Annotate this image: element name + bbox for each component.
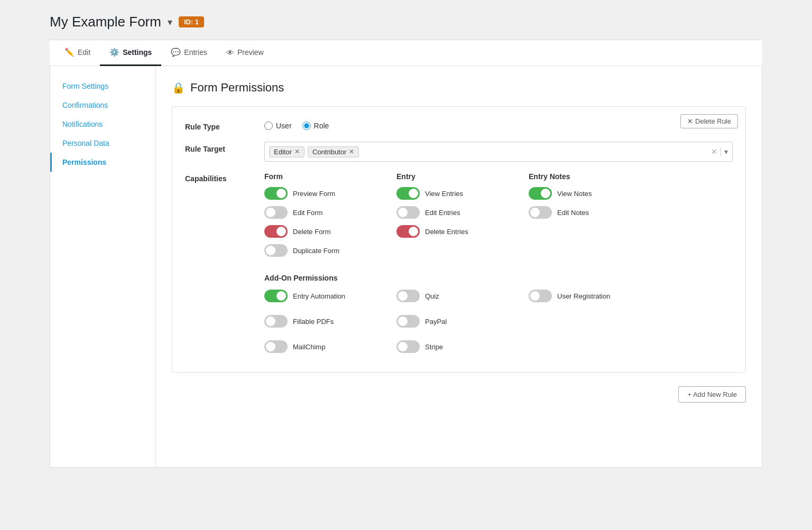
radio-role[interactable]: Role (302, 122, 329, 130)
toggle-duplicate-form[interactable] (264, 244, 288, 257)
toggle-edit-notes[interactable] (529, 206, 552, 219)
card-footer: + Add New Rule (172, 382, 746, 405)
toggle-paypal[interactable] (396, 315, 420, 328)
sidebar-item-notifications[interactable]: Notifications (50, 115, 155, 134)
cap-item-quiz: Quiz (396, 290, 502, 302)
tag-input-actions: ✕ ▾ (711, 147, 728, 156)
rule-target-control: Editor ✕ Contributor ✕ ✕ ▾ (264, 142, 733, 162)
toggle-edit-notes-slider (529, 206, 552, 219)
toggle-mailchimp[interactable] (264, 340, 288, 353)
tag-dropdown-icon[interactable]: ▾ (724, 147, 728, 156)
toggle-user-registration[interactable] (529, 290, 552, 302)
addon-section: Add-On Permissions Entry (264, 274, 733, 359)
toggle-edit-form[interactable] (264, 206, 288, 219)
rule-type-label: Rule Type (185, 119, 254, 131)
cap-group-form: Form Preview Form (264, 172, 370, 263)
preview-icon: 👁 (226, 48, 234, 57)
cap-item-edit-notes: Edit Notes (529, 206, 634, 219)
tag-divider (721, 147, 721, 156)
tag-contributor-remove[interactable]: ✕ (349, 148, 354, 155)
cap-group-entry-notes-title: Entry Notes (529, 172, 634, 181)
tab-entries-label: Entries (184, 48, 207, 57)
cap-item-edit-form: Edit Form (264, 206, 370, 219)
sidebar-item-confirmations[interactable]: Confirmations (50, 96, 155, 115)
cap-label-preview-form: Preview Form (293, 190, 335, 198)
radio-role-input[interactable] (302, 122, 311, 130)
tab-settings[interactable]: ⚙️ Settings (100, 40, 161, 66)
tag-editor-remove[interactable]: ✕ (294, 148, 300, 155)
page-title: My Example Form (50, 14, 161, 30)
cap-label-duplicate-form: Duplicate Form (293, 247, 339, 255)
cap-group-entry-title: Entry (396, 172, 502, 181)
cap-group-entry: Entry View Entries (396, 172, 502, 263)
cap-item-fillable-pdfs: Fillable PDFs (264, 315, 370, 328)
cap-item-view-entries: View Entries (396, 187, 502, 200)
edit-icon: ✏️ (64, 48, 75, 57)
toggle-entry-automation[interactable] (264, 290, 288, 302)
toggle-delete-form[interactable] (264, 225, 288, 238)
sidebar-item-form-settings[interactable]: Form Settings (50, 77, 155, 96)
cap-label-stripe: Stripe (425, 343, 443, 351)
radio-user-label: User (276, 122, 292, 130)
cap-item-user-registration: User Registration (529, 290, 634, 302)
capabilities-content: Form Preview Form (264, 172, 733, 359)
tab-settings-label: Settings (123, 48, 152, 57)
addon-col-2: Quiz PayPal (396, 290, 502, 359)
chevron-down-icon[interactable]: ▾ (168, 16, 172, 28)
section-title: Form Permissions (190, 81, 284, 95)
tag-input[interactable]: Editor ✕ Contributor ✕ ✕ ▾ (264, 142, 733, 162)
delete-rule-button[interactable]: ✕ Delete Rule (680, 114, 738, 128)
cap-item-entry-automation: Entry Automation (264, 290, 370, 302)
tab-bar: ✏️ Edit ⚙️ Settings 💬 Entries 👁 Preview (50, 40, 762, 66)
cap-item-delete-form: Delete Form (264, 225, 370, 238)
rule-target-label: Rule Target (185, 142, 254, 153)
tag-editor: Editor ✕ (269, 146, 304, 157)
toggle-view-notes[interactable] (529, 187, 552, 200)
cap-item-view-notes: View Notes (529, 187, 634, 200)
capabilities-row: Capabilities Form (185, 172, 733, 359)
tab-edit[interactable]: ✏️ Edit (55, 40, 100, 66)
cap-label-delete-form: Delete Form (293, 228, 331, 236)
cap-group-form-title: Form (264, 172, 370, 181)
toggle-fillable-pdfs[interactable] (264, 315, 288, 328)
sidebar-item-personal-data[interactable]: Personal Data (50, 134, 155, 153)
sidebar-item-permissions[interactable]: Permissions (50, 153, 155, 172)
toggle-stripe[interactable] (396, 340, 420, 353)
toggle-duplicate-form-slider (264, 244, 288, 257)
tag-contributor-label: Contributor (312, 148, 346, 156)
tab-entries[interactable]: 💬 Entries (161, 40, 217, 66)
cap-label-edit-form: Edit Form (293, 209, 322, 217)
toggle-preview-form[interactable] (264, 187, 288, 200)
cap-label-entry-automation: Entry Automation (293, 292, 345, 300)
toggle-preview-form-slider (264, 187, 288, 200)
add-rule-button[interactable]: + Add New Rule (678, 386, 746, 403)
toggle-view-entries[interactable] (396, 187, 420, 200)
addon-grid: Entry Automation Fillable PDFs (264, 290, 733, 359)
cap-label-edit-entries: Edit Entries (425, 209, 460, 217)
cap-label-view-notes: View Notes (557, 190, 592, 198)
tag-clear-icon[interactable]: ✕ (711, 147, 717, 156)
cap-label-quiz: Quiz (425, 292, 439, 300)
cap-label-mailchimp: MailChimp (293, 343, 325, 351)
capabilities-label: Capabilities (185, 172, 254, 183)
rule-type-row: Rule Type User Role (185, 119, 733, 131)
cap-item-edit-entries: Edit Entries (396, 206, 502, 219)
toggle-delete-form-slider (264, 225, 288, 238)
toggle-view-entries-slider (396, 187, 420, 200)
sidebar: Form Settings Confirmations Notification… (50, 66, 156, 467)
toggle-delete-entries-slider (396, 225, 420, 238)
cap-label-paypal: PayPal (425, 318, 447, 326)
toggle-fillable-pdfs-slider (264, 315, 288, 328)
content-area: 🔒 Form Permissions ✕ Delete Rule Rule Ty… (156, 66, 762, 467)
rule-target-row: Rule Target Editor ✕ Contributor ✕ (185, 142, 733, 162)
radio-user-input[interactable] (264, 122, 273, 130)
cap-label-user-registration: User Registration (557, 292, 610, 300)
toggle-delete-entries[interactable] (396, 225, 420, 238)
toggle-quiz[interactable] (396, 290, 420, 302)
capabilities-grid: Form Preview Form (264, 172, 733, 263)
toggle-edit-entries[interactable] (396, 206, 420, 219)
toggle-user-registration-slider (529, 290, 552, 302)
tab-preview[interactable]: 👁 Preview (217, 41, 273, 66)
radio-user[interactable]: User (264, 122, 292, 130)
addon-col-1: Entry Automation Fillable PDFs (264, 290, 370, 359)
